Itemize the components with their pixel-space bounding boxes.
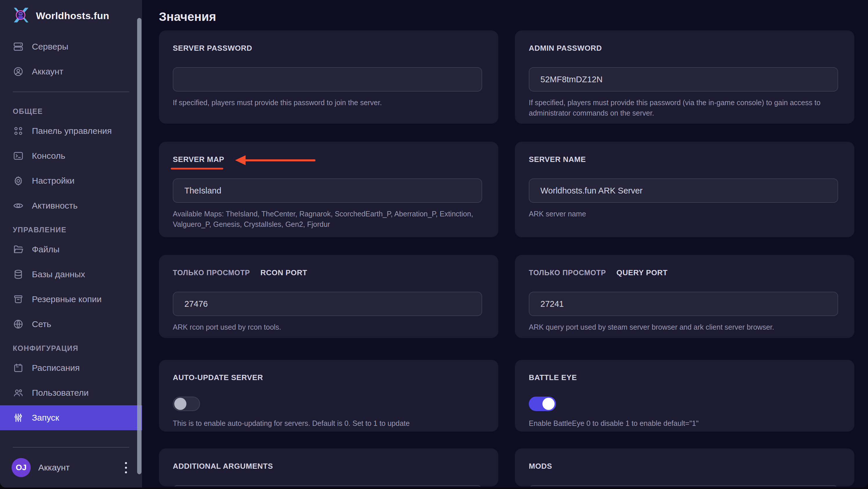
field-helper: Enable BattleEye 0 to disable 1 to enabl… (529, 418, 836, 428)
sidebar-item-schedules[interactable]: Расписания (0, 355, 142, 380)
sidebar-item-console[interactable]: Консоль (0, 143, 142, 168)
field-helper: This is to enable auto-updating for serv… (173, 418, 480, 428)
page-title: Значения (159, 10, 855, 24)
readonly-badge: ТОЛЬКО ПРОСМОТР (173, 268, 250, 277)
user-circle-icon (13, 66, 24, 77)
battle-eye-toggle[interactable] (529, 397, 556, 411)
sidebar-item-label: Серверы (32, 42, 68, 52)
brand-name: Worldhosts.fun (36, 10, 109, 22)
main-content: Значения SERVER PASSWORD If specified, p… (142, 10, 868, 486)
field-label: QUERY PORT (616, 268, 668, 277)
field-helper: ARK server name (529, 208, 836, 219)
sidebar-item-network[interactable]: Сеть (0, 312, 142, 337)
folder-icon (13, 244, 24, 255)
sidebar-item-files[interactable]: Файлы (0, 237, 142, 262)
field-label: RCON PORT (260, 268, 307, 277)
card-mods: MODS (515, 449, 855, 486)
sidebar-item-users[interactable]: Пользователи (0, 380, 142, 405)
field-label: MODS (529, 462, 552, 471)
kebab-menu-icon[interactable] (123, 460, 129, 476)
dashboard-icon (13, 125, 24, 136)
sidebar-divider (13, 447, 129, 448)
server-name-input[interactable]: Worldhosts.fun ARK Server (529, 178, 838, 203)
toggle-knob (174, 398, 186, 410)
sidebar-divider (13, 92, 129, 92)
sidebar-item-settings[interactable]: Настройки (0, 168, 142, 193)
sidebar-item-label: Резервные копии (32, 294, 102, 304)
sidebar-item-label: Файлы (32, 244, 59, 254)
mods-input[interactable] (529, 485, 838, 486)
field-helper: If specified, players must provide this … (529, 97, 836, 118)
sliders-icon (13, 412, 24, 423)
card-server-password: SERVER PASSWORD If specified, players mu… (159, 30, 498, 124)
server-password-input[interactable] (173, 67, 482, 92)
sidebar-item-backups[interactable]: Резервные копии (0, 287, 142, 312)
database-icon (13, 269, 24, 280)
field-helper: Available Maps: TheIsland, TheCenter, Ra… (173, 208, 480, 229)
annotation-arrow-line (245, 159, 315, 161)
field-label: ADDITIONAL ARGUMENTS (173, 462, 273, 471)
sidebar-item-label: Активность (32, 201, 78, 210)
globe-icon (13, 319, 24, 330)
sidebar-item-label: Пользователи (32, 388, 89, 398)
sidebar-section-management: УПРАВЛЕНИЕ (0, 218, 142, 237)
auto-update-toggle[interactable] (173, 397, 200, 411)
sidebar-item-label: Панель управления (32, 126, 112, 136)
field-helper: If specified, players must provide this … (173, 97, 480, 108)
sidebar-primary-nav: Серверы Аккаунт (0, 34, 142, 84)
sidebar-item-label: Запуск (32, 413, 59, 423)
card-auto-update: AUTO-UPDATE SERVER This is to enable aut… (159, 360, 498, 432)
annotation-underline (171, 168, 223, 169)
sidebar: Worldhosts.fun Серверы Аккаунт (0, 0, 142, 488)
sidebar-item-dashboard[interactable]: Панель управления (0, 119, 142, 143)
field-label: AUTO-UPDATE SERVER (173, 373, 263, 382)
field-label: SERVER MAP (173, 155, 224, 164)
avatar: OJ (11, 458, 31, 477)
sidebar-scrollbar[interactable] (137, 18, 142, 474)
card-rcon-port: ТОЛЬКО ПРОСМОТР RCON PORT 27476 ARK rcon… (159, 255, 498, 338)
annotation-arrow-icon (235, 155, 246, 165)
sidebar-item-label: Сеть (32, 319, 51, 329)
sidebar-item-label: Аккаунт (32, 67, 63, 76)
sidebar-item-label: Настройки (32, 176, 74, 186)
sidebar-footer: OJ Аккаунт (0, 439, 142, 488)
app-window: Worldhosts.fun Серверы Аккаунт (0, 0, 868, 488)
field-helper: ARK rcon port used by rcon tools. (173, 322, 480, 332)
query-port-input: 27241 (529, 292, 838, 316)
field-label: ADMIN PASSWORD (529, 44, 602, 53)
card-additional-arguments: ADDITIONAL ARGUMENTS (159, 449, 498, 486)
readonly-badge: ТОЛЬКО ПРОСМОТР (529, 268, 606, 277)
card-query-port: ТОЛЬКО ПРОСМОТР QUERY PORT 27241 ARK que… (515, 255, 855, 338)
account-label: Аккаунт (38, 463, 70, 472)
gear-icon (13, 175, 24, 186)
field-label: SERVER PASSWORD (173, 44, 252, 53)
worldhosts-logo-icon (11, 6, 30, 25)
sidebar-item-databases[interactable]: Базы данных (0, 262, 142, 287)
sidebar-item-label: Базы данных (32, 269, 85, 279)
sidebar-section-configuration: КОНФИГУРАЦИЯ (0, 337, 142, 355)
toggle-knob (542, 398, 555, 410)
sidebar-item-activity[interactable]: Активность (0, 193, 142, 218)
brand: Worldhosts.fun (0, 0, 142, 26)
users-icon (13, 387, 24, 398)
sidebar-section-general: ОБЩЕЕ (0, 100, 142, 119)
sidebar-item-servers[interactable]: Серверы (0, 34, 142, 59)
calendar-icon (13, 362, 24, 373)
servers-icon (13, 41, 24, 52)
sidebar-item-label: Консоль (32, 151, 65, 161)
sidebar-item-launch[interactable]: Запуск (0, 405, 142, 430)
terminal-icon (13, 150, 24, 161)
card-server-map: SERVER MAP TheIsland Available Maps: The… (159, 142, 498, 237)
account-row[interactable]: OJ Аккаунт (0, 455, 142, 488)
additional-arguments-input[interactable] (173, 485, 482, 486)
archive-icon (13, 294, 24, 305)
admin-password-input[interactable]: 52MF8tmDZ12N (529, 67, 838, 92)
field-label: SERVER NAME (529, 155, 586, 164)
eye-icon (13, 200, 24, 211)
card-admin-password: ADMIN PASSWORD 52MF8tmDZ12N If specified… (515, 30, 855, 124)
card-battle-eye: BATTLE EYE Enable BattleEye 0 to disable… (515, 360, 855, 432)
field-label: BATTLE EYE (529, 373, 577, 382)
sidebar-item-account[interactable]: Аккаунт (0, 59, 142, 84)
server-map-input[interactable]: TheIsland (173, 178, 482, 203)
sidebar-item-label: Расписания (32, 363, 80, 373)
